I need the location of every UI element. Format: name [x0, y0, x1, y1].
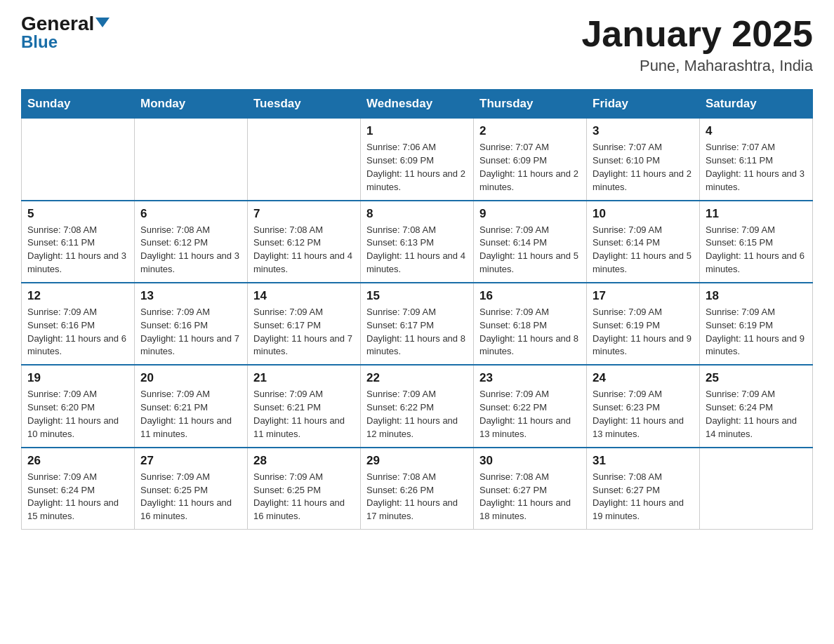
- calendar-cell: 22Sunrise: 7:09 AMSunset: 6:22 PMDayligh…: [361, 365, 474, 447]
- day-info: Sunrise: 7:07 AMSunset: 6:10 PMDaylight:…: [593, 141, 694, 194]
- day-info: Sunrise: 7:09 AMSunset: 6:16 PMDaylight:…: [27, 306, 128, 358]
- day-number: 21: [253, 371, 355, 385]
- calendar-cell: 28Sunrise: 7:09 AMSunset: 6:25 PMDayligh…: [248, 448, 361, 530]
- day-number: 28: [253, 454, 355, 468]
- calendar-week-5: 26Sunrise: 7:09 AMSunset: 6:24 PMDayligh…: [22, 448, 813, 530]
- calendar-week-4: 19Sunrise: 7:09 AMSunset: 6:20 PMDayligh…: [22, 365, 813, 447]
- day-number: 15: [366, 289, 468, 303]
- day-info: Sunrise: 7:09 AMSunset: 6:24 PMDaylight:…: [706, 388, 807, 441]
- day-info: Sunrise: 7:08 AMSunset: 6:27 PMDaylight:…: [593, 471, 694, 523]
- calendar-cell: 8Sunrise: 7:08 AMSunset: 6:13 PMDaylight…: [361, 201, 474, 283]
- logo-triangle-icon: [95, 18, 110, 27]
- day-info: Sunrise: 7:09 AMSunset: 6:15 PMDaylight:…: [706, 224, 807, 276]
- calendar-cell: [135, 119, 248, 201]
- calendar-cell: 5Sunrise: 7:08 AMSunset: 6:11 PMDaylight…: [22, 201, 135, 283]
- day-number: 19: [27, 371, 128, 385]
- logo: General Blue: [21, 14, 110, 52]
- calendar-cell: 14Sunrise: 7:09 AMSunset: 6:17 PMDayligh…: [248, 283, 361, 365]
- day-info: Sunrise: 7:08 AMSunset: 6:11 PMDaylight:…: [27, 224, 128, 276]
- calendar-cell: 21Sunrise: 7:09 AMSunset: 6:21 PMDayligh…: [248, 365, 361, 447]
- calendar-week-3: 12Sunrise: 7:09 AMSunset: 6:16 PMDayligh…: [22, 283, 813, 365]
- calendar-header-row: Sunday Monday Tuesday Wednesday Thursday…: [22, 90, 813, 119]
- header-saturday: Saturday: [700, 90, 813, 119]
- calendar-cell: 29Sunrise: 7:08 AMSunset: 6:26 PMDayligh…: [361, 448, 474, 530]
- day-info: Sunrise: 7:09 AMSunset: 6:17 PMDaylight:…: [366, 306, 468, 358]
- day-number: 4: [706, 124, 807, 138]
- calendar-cell: 31Sunrise: 7:08 AMSunset: 6:27 PMDayligh…: [587, 448, 700, 530]
- day-info: Sunrise: 7:08 AMSunset: 6:12 PMDaylight:…: [253, 224, 355, 276]
- day-number: 8: [366, 207, 468, 221]
- day-info: Sunrise: 7:08 AMSunset: 6:13 PMDaylight:…: [366, 224, 468, 276]
- day-info: Sunrise: 7:08 AMSunset: 6:12 PMDaylight:…: [140, 224, 241, 276]
- calendar-cell: 11Sunrise: 7:09 AMSunset: 6:15 PMDayligh…: [700, 201, 813, 283]
- day-number: 14: [253, 289, 355, 303]
- day-number: 3: [593, 124, 694, 138]
- day-info: Sunrise: 7:07 AMSunset: 6:09 PMDaylight:…: [479, 141, 581, 194]
- day-number: 10: [593, 207, 694, 221]
- header-monday: Monday: [135, 90, 248, 119]
- day-info: Sunrise: 7:09 AMSunset: 6:14 PMDaylight:…: [593, 224, 694, 276]
- day-number: 20: [140, 371, 241, 385]
- day-number: 12: [27, 289, 128, 303]
- day-info: Sunrise: 7:09 AMSunset: 6:22 PMDaylight:…: [366, 388, 468, 441]
- day-number: 24: [593, 371, 694, 385]
- calendar-cell: [700, 448, 813, 530]
- logo-blue-text: Blue: [21, 32, 58, 52]
- calendar-cell: 20Sunrise: 7:09 AMSunset: 6:21 PMDayligh…: [135, 365, 248, 447]
- calendar-cell: 3Sunrise: 7:07 AMSunset: 6:10 PMDaylight…: [587, 119, 700, 201]
- day-number: 11: [706, 207, 807, 221]
- calendar-cell: 27Sunrise: 7:09 AMSunset: 6:25 PMDayligh…: [135, 448, 248, 530]
- day-info: Sunrise: 7:09 AMSunset: 6:17 PMDaylight:…: [253, 306, 355, 358]
- day-number: 22: [366, 371, 468, 385]
- calendar-cell: 1Sunrise: 7:06 AMSunset: 6:09 PMDaylight…: [361, 119, 474, 201]
- day-number: 13: [140, 289, 241, 303]
- day-number: 27: [140, 454, 241, 468]
- day-info: Sunrise: 7:07 AMSunset: 6:11 PMDaylight:…: [706, 141, 807, 194]
- calendar-cell: 15Sunrise: 7:09 AMSunset: 6:17 PMDayligh…: [361, 283, 474, 365]
- calendar-cell: 23Sunrise: 7:09 AMSunset: 6:22 PMDayligh…: [474, 365, 587, 447]
- page-header: General Blue January 2025 Pune, Maharash…: [21, 14, 813, 75]
- day-number: 18: [706, 289, 807, 303]
- calendar-cell: 9Sunrise: 7:09 AMSunset: 6:14 PMDaylight…: [474, 201, 587, 283]
- day-info: Sunrise: 7:09 AMSunset: 6:16 PMDaylight:…: [140, 306, 241, 358]
- day-number: 25: [706, 371, 807, 385]
- day-info: Sunrise: 7:08 AMSunset: 6:26 PMDaylight:…: [366, 471, 468, 523]
- day-info: Sunrise: 7:06 AMSunset: 6:09 PMDaylight:…: [366, 141, 468, 194]
- page-title: January 2025: [581, 14, 813, 54]
- day-number: 5: [27, 207, 128, 221]
- day-info: Sunrise: 7:09 AMSunset: 6:23 PMDaylight:…: [593, 388, 694, 441]
- day-number: 31: [593, 454, 694, 468]
- calendar-cell: 18Sunrise: 7:09 AMSunset: 6:19 PMDayligh…: [700, 283, 813, 365]
- calendar-cell: 16Sunrise: 7:09 AMSunset: 6:18 PMDayligh…: [474, 283, 587, 365]
- header-friday: Friday: [587, 90, 700, 119]
- calendar-table: Sunday Monday Tuesday Wednesday Thursday…: [21, 89, 813, 530]
- calendar-cell: 26Sunrise: 7:09 AMSunset: 6:24 PMDayligh…: [22, 448, 135, 530]
- calendar-cell: 19Sunrise: 7:09 AMSunset: 6:20 PMDayligh…: [22, 365, 135, 447]
- day-info: Sunrise: 7:09 AMSunset: 6:25 PMDaylight:…: [253, 471, 355, 523]
- day-info: Sunrise: 7:09 AMSunset: 6:24 PMDaylight:…: [27, 471, 128, 523]
- calendar-week-2: 5Sunrise: 7:08 AMSunset: 6:11 PMDaylight…: [22, 201, 813, 283]
- day-info: Sunrise: 7:09 AMSunset: 6:22 PMDaylight:…: [479, 388, 581, 441]
- day-number: 6: [140, 207, 241, 221]
- title-block: January 2025 Pune, Maharashtra, India: [581, 14, 813, 75]
- day-number: 9: [479, 207, 581, 221]
- calendar-cell: 4Sunrise: 7:07 AMSunset: 6:11 PMDaylight…: [700, 119, 813, 201]
- logo-general-text: General: [21, 14, 110, 34]
- calendar-cell: 30Sunrise: 7:08 AMSunset: 6:27 PMDayligh…: [474, 448, 587, 530]
- calendar-cell: 10Sunrise: 7:09 AMSunset: 6:14 PMDayligh…: [587, 201, 700, 283]
- header-wednesday: Wednesday: [361, 90, 474, 119]
- day-number: 29: [366, 454, 468, 468]
- header-thursday: Thursday: [474, 90, 587, 119]
- location-title: Pune, Maharashtra, India: [581, 57, 813, 75]
- day-number: 16: [479, 289, 581, 303]
- header-tuesday: Tuesday: [248, 90, 361, 119]
- calendar-cell: 2Sunrise: 7:07 AMSunset: 6:09 PMDaylight…: [474, 119, 587, 201]
- calendar-cell: 7Sunrise: 7:08 AMSunset: 6:12 PMDaylight…: [248, 201, 361, 283]
- day-info: Sunrise: 7:09 AMSunset: 6:14 PMDaylight:…: [479, 224, 581, 276]
- calendar-week-1: 1Sunrise: 7:06 AMSunset: 6:09 PMDaylight…: [22, 119, 813, 201]
- calendar-cell: 24Sunrise: 7:09 AMSunset: 6:23 PMDayligh…: [587, 365, 700, 447]
- calendar-cell: 17Sunrise: 7:09 AMSunset: 6:19 PMDayligh…: [587, 283, 700, 365]
- day-number: 30: [479, 454, 581, 468]
- day-info: Sunrise: 7:08 AMSunset: 6:27 PMDaylight:…: [479, 471, 581, 523]
- day-info: Sunrise: 7:09 AMSunset: 6:19 PMDaylight:…: [593, 306, 694, 358]
